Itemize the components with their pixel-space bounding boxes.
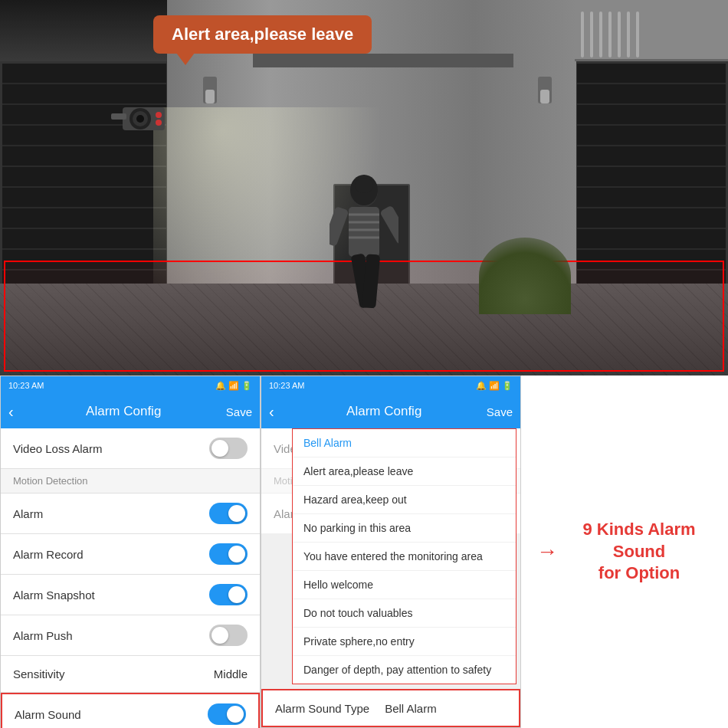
video-loss-label: Video Loss Alarm xyxy=(13,442,102,455)
alarm-sound-dropdown[interactable]: Bell Alarm Alert area,please leave Hazar… xyxy=(292,428,516,684)
railing-post xyxy=(636,11,639,57)
annotation-row: → 9 Kinds Alarm Sound for Option xyxy=(536,519,713,585)
alarm-item: Alarm xyxy=(1,494,260,534)
video-loss-alarm-item: Video Loss Alarm xyxy=(1,428,260,469)
shrubs xyxy=(479,238,571,314)
door-overhang xyxy=(253,54,513,67)
alarm-record-toggle[interactable] xyxy=(209,543,248,565)
house-structure xyxy=(0,0,728,375)
right-back-button[interactable]: ‹ xyxy=(269,403,274,421)
svg-rect-8 xyxy=(330,206,349,247)
right-status-bar: 10:23 AM 🔔 📶 🔋 xyxy=(261,376,520,395)
wall-lamp-right xyxy=(538,77,552,103)
annotation-box: 9 Kinds Alarm Sound for Option xyxy=(566,519,713,585)
sensitivity-value[interactable]: Middle xyxy=(214,667,248,680)
sensitivity-label: Sensitivity xyxy=(13,667,65,680)
alarm-sound-item: Alarm Sound xyxy=(1,693,260,728)
alarm-record-item: Alarm Record xyxy=(1,534,260,575)
dropdown-item-4[interactable]: No parking in this area xyxy=(293,514,516,543)
alert-text: Alert area,please leave xyxy=(172,25,353,44)
alarm-sound-type-bar[interactable]: Alarm Sound Type Bell Alarm xyxy=(261,689,520,727)
annotation-text-line2: for Option xyxy=(566,562,713,585)
right-save-button[interactable]: Save xyxy=(487,405,513,418)
alarm-snapshot-label: Alarm Snapshot xyxy=(13,589,95,602)
alarm-push-toggle[interactable] xyxy=(209,625,248,646)
alert-bubble: Alert area,please leave xyxy=(153,15,372,54)
svg-point-17 xyxy=(156,120,162,126)
motion-detection-section: Motion Detection xyxy=(1,469,260,494)
alarm-toggle[interactable] xyxy=(209,503,248,524)
alarm-label: Alarm xyxy=(13,507,43,520)
wall-lamp-left xyxy=(203,77,217,103)
right-nav-bar: ‹ Alarm Config Save xyxy=(261,395,520,428)
alarm-record-label: Alarm Record xyxy=(13,548,84,561)
railing-post xyxy=(627,11,630,57)
dropdown-item-5[interactable]: You have entered the monitoring area xyxy=(293,543,516,571)
video-loss-toggle[interactable] xyxy=(209,438,248,459)
balcony xyxy=(575,0,728,61)
alarm-snapshot-item: Alarm Snapshot xyxy=(1,575,260,615)
alarm-push-label: Alarm Push xyxy=(13,629,73,642)
alarm-snapshot-toggle[interactable] xyxy=(209,584,248,605)
right-status-icons: 🔔 📶 🔋 xyxy=(476,381,513,391)
alarm-sound-type-bottom-value: Bell Alarm xyxy=(385,702,437,715)
left-back-button[interactable]: ‹ xyxy=(8,403,14,421)
camera-mount xyxy=(111,100,176,141)
motion-detection-label: Motion Detection xyxy=(13,475,88,487)
svg-point-15 xyxy=(136,115,144,123)
alarm-sound-label: Alarm Sound xyxy=(15,708,81,721)
railing-post xyxy=(590,11,593,57)
right-nav-title: Alarm Config xyxy=(282,404,487,419)
annotation-text-line1: 9 Kinds Alarm Sound xyxy=(566,519,713,562)
left-status-icons: 🔔 📶 🔋 xyxy=(215,381,252,391)
railing-post xyxy=(608,11,612,57)
alarm-sound-type-bottom-label: Alarm Sound Type xyxy=(275,702,369,715)
railing-post xyxy=(618,11,621,57)
shrub-shape xyxy=(479,238,571,314)
left-save-button[interactable]: Save xyxy=(226,405,252,418)
left-nav-bar: ‹ Alarm Config Save xyxy=(1,395,260,428)
right-time: 10:23 AM xyxy=(269,381,304,390)
svg-rect-9 xyxy=(379,205,398,245)
left-settings-list: Video Loss Alarm Motion Detection Alarm … xyxy=(1,428,260,728)
phone-right: 10:23 AM 🔔 📶 🔋 ‹ Alarm Config Save Video… xyxy=(261,375,521,728)
dropdown-item-1[interactable]: Bell Alarm xyxy=(293,429,516,457)
person-figure xyxy=(330,169,398,324)
svg-rect-18 xyxy=(111,113,126,120)
alarm-push-item: Alarm Push xyxy=(1,615,260,656)
bottom-panels: 10:23 AM 🔔 📶 🔋 ‹ Alarm Config Save Video… xyxy=(0,375,728,728)
lamp-light xyxy=(205,90,215,103)
left-status-bar: 10:23 AM 🔔 📶 🔋 xyxy=(1,376,260,395)
hero-section: Alert area,please leave xyxy=(0,0,728,375)
camera-svg xyxy=(111,100,176,138)
railing-post xyxy=(599,11,602,57)
annotation-area: → 9 Kinds Alarm Sound for Option xyxy=(521,375,728,728)
dropdown-item-2[interactable]: Alert area,please leave xyxy=(293,457,516,486)
dropdown-item-8[interactable]: Private sphere,no entry xyxy=(293,628,516,656)
balcony-railing xyxy=(575,0,728,61)
person-svg xyxy=(330,169,398,322)
dropdown-item-9[interactable]: Danger of depth, pay attention to safety xyxy=(293,656,516,684)
phone-left: 10:23 AM 🔔 📶 🔋 ‹ Alarm Config Save Video… xyxy=(0,375,261,728)
sensitivity-item: Sensitivity Middle xyxy=(1,656,260,693)
railing-post xyxy=(581,11,584,57)
dropdown-item-7[interactable]: Do not touch valuables xyxy=(293,599,516,628)
svg-point-16 xyxy=(156,112,162,118)
dropdown-item-3[interactable]: Hazard area,keep out xyxy=(293,486,516,514)
left-nav-title: Alarm Config xyxy=(21,404,226,419)
lamp-light-r xyxy=(540,90,549,103)
alarm-sound-toggle[interactable] xyxy=(208,703,246,725)
svg-point-11 xyxy=(355,178,373,193)
left-time: 10:23 AM xyxy=(8,381,44,390)
annotation-arrow: → xyxy=(536,539,558,564)
dropdown-item-6[interactable]: Hello welcome xyxy=(293,571,516,599)
